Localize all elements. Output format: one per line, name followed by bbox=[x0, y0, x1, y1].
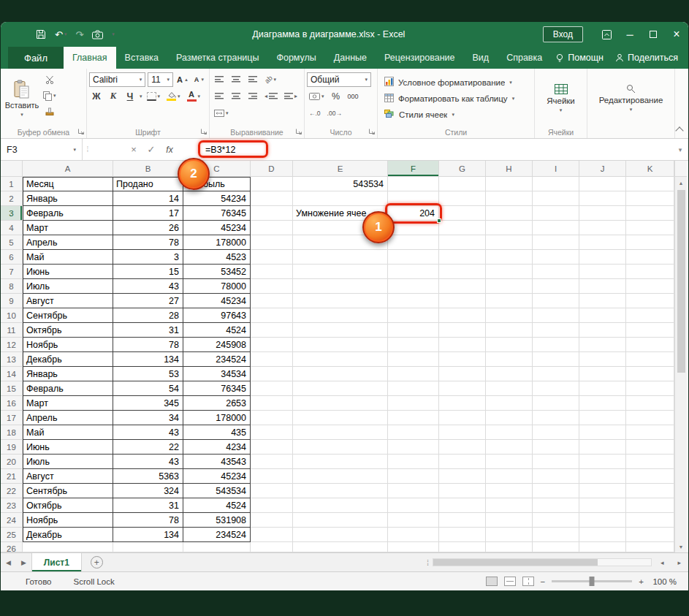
paste-button[interactable]: Вставить ▾ bbox=[3, 71, 41, 126]
cell-K15[interactable] bbox=[626, 381, 674, 396]
cell-B25[interactable]: 134 bbox=[113, 528, 183, 542]
cell-C13[interactable]: 234524 bbox=[183, 352, 251, 367]
cell-F2[interactable] bbox=[388, 191, 439, 206]
cell-A25[interactable]: Декабрь bbox=[23, 528, 113, 542]
cell-I8[interactable] bbox=[533, 279, 579, 294]
cell-J8[interactable] bbox=[579, 279, 626, 294]
cell-J25[interactable] bbox=[579, 528, 626, 542]
page-layout-view-button[interactable] bbox=[504, 577, 516, 586]
cell-E8[interactable] bbox=[293, 279, 388, 294]
cell-H1[interactable] bbox=[486, 177, 533, 191]
cell-A6[interactable]: Май bbox=[23, 250, 113, 265]
confirm-entry-button[interactable]: ✓ bbox=[142, 139, 160, 160]
cell-F26[interactable] bbox=[388, 542, 439, 552]
cell-E4[interactable] bbox=[293, 221, 388, 235]
cell-E7[interactable] bbox=[293, 265, 388, 279]
cell-K20[interactable] bbox=[626, 455, 674, 469]
cell-C1[interactable]: Прибыль bbox=[183, 177, 251, 191]
comma-style-button[interactable]: 000 bbox=[346, 89, 361, 104]
cell-A20[interactable]: Июль bbox=[23, 455, 113, 469]
insert-function-button[interactable]: fx bbox=[160, 139, 179, 160]
cell-D6[interactable] bbox=[251, 250, 293, 265]
cell-B26[interactable] bbox=[113, 542, 183, 552]
cell-K12[interactable] bbox=[626, 338, 674, 352]
row-header-4[interactable]: 4 bbox=[1, 221, 23, 235]
formula-input[interactable]: =B3*12 bbox=[179, 139, 672, 160]
align-right-button[interactable] bbox=[245, 89, 260, 104]
font-name-combo[interactable]: Calibri▾ bbox=[89, 72, 145, 87]
cell-G25[interactable] bbox=[439, 528, 486, 542]
cell-F8[interactable] bbox=[388, 279, 439, 294]
cells-button[interactable]: Ячейки ▾ bbox=[537, 71, 585, 126]
cell-D24[interactable] bbox=[251, 513, 293, 528]
cell-J5[interactable] bbox=[579, 235, 626, 250]
fill-color-button[interactable]: ▾ bbox=[164, 89, 183, 104]
cell-H6[interactable] bbox=[486, 250, 533, 265]
cell-K7[interactable] bbox=[626, 265, 674, 279]
cell-G7[interactable] bbox=[439, 265, 486, 279]
cell-B9[interactable]: 27 bbox=[113, 294, 183, 308]
cell-I23[interactable] bbox=[533, 498, 579, 513]
cell-G17[interactable] bbox=[439, 411, 486, 425]
column-header-B[interactable]: B bbox=[113, 161, 183, 177]
cell-B17[interactable]: 34 bbox=[113, 411, 183, 425]
sheet-tab-list1[interactable]: Лист1 bbox=[31, 553, 82, 571]
cell-I3[interactable] bbox=[533, 206, 579, 221]
cell-I12[interactable] bbox=[533, 338, 579, 352]
align-top-button[interactable] bbox=[212, 72, 227, 87]
cell-A9[interactable]: Август bbox=[23, 294, 113, 308]
sign-in-button[interactable]: Вход bbox=[543, 26, 583, 42]
tab-Вид[interactable]: Вид bbox=[464, 47, 498, 69]
cell-K26[interactable] bbox=[626, 542, 674, 552]
cell-I22[interactable] bbox=[533, 484, 579, 498]
cell-D23[interactable] bbox=[251, 498, 293, 513]
cell-C8[interactable]: 78000 bbox=[183, 279, 251, 294]
cell-E19[interactable] bbox=[293, 440, 388, 455]
cell-F18[interactable] bbox=[388, 425, 439, 440]
column-header-A[interactable]: A bbox=[23, 161, 113, 177]
cell-G19[interactable] bbox=[439, 440, 486, 455]
cell-F12[interactable] bbox=[388, 338, 439, 352]
cell-H18[interactable] bbox=[486, 425, 533, 440]
cell-I24[interactable] bbox=[533, 513, 579, 528]
cell-G26[interactable] bbox=[439, 542, 486, 552]
cell-F23[interactable] bbox=[388, 498, 439, 513]
cell-J1[interactable] bbox=[579, 177, 626, 191]
row-header-13[interactable]: 13 bbox=[1, 352, 23, 367]
horizontal-scroll-track[interactable] bbox=[433, 558, 652, 566]
cell-C10[interactable]: 97643 bbox=[183, 308, 251, 323]
row-header-1[interactable]: 1 bbox=[1, 177, 23, 191]
cell-D18[interactable] bbox=[251, 425, 293, 440]
cell-G13[interactable] bbox=[439, 352, 486, 367]
dialog-launcher-icon[interactable] bbox=[295, 128, 302, 135]
camera-button[interactable] bbox=[92, 30, 103, 39]
cell-C20[interactable]: 43543 bbox=[183, 455, 251, 469]
cell-I2[interactable] bbox=[533, 191, 579, 206]
cut-button[interactable] bbox=[41, 72, 58, 87]
cell-E9[interactable] bbox=[293, 294, 388, 308]
row-header-18[interactable]: 18 bbox=[1, 425, 23, 440]
cell-E1[interactable]: 543534 bbox=[293, 177, 388, 191]
row-header-15[interactable]: 15 bbox=[1, 381, 23, 396]
cell-E10[interactable] bbox=[293, 308, 388, 323]
cell-B13[interactable]: 134 bbox=[113, 352, 183, 367]
cell-H21[interactable] bbox=[486, 469, 533, 484]
cell-F1[interactable] bbox=[388, 177, 439, 191]
cell-A26[interactable] bbox=[23, 542, 113, 552]
cell-J21[interactable] bbox=[579, 469, 626, 484]
row-header-3[interactable]: 3 bbox=[1, 206, 23, 221]
row-header-24[interactable]: 24 bbox=[1, 513, 23, 528]
cell-I19[interactable] bbox=[533, 440, 579, 455]
row-header-9[interactable]: 9 bbox=[1, 294, 23, 308]
cell-K9[interactable] bbox=[626, 294, 674, 308]
column-header-J[interactable]: J bbox=[579, 161, 626, 177]
cell-J7[interactable] bbox=[579, 265, 626, 279]
cell-J6[interactable] bbox=[579, 250, 626, 265]
row-header-10[interactable]: 10 bbox=[1, 308, 23, 323]
column-header-F[interactable]: F bbox=[388, 161, 439, 177]
cell-A8[interactable]: Июль bbox=[23, 279, 113, 294]
cell-G14[interactable] bbox=[439, 367, 486, 381]
cell-D5[interactable] bbox=[251, 235, 293, 250]
row-header-25[interactable]: 25 bbox=[1, 528, 23, 542]
cell-K17[interactable] bbox=[626, 411, 674, 425]
